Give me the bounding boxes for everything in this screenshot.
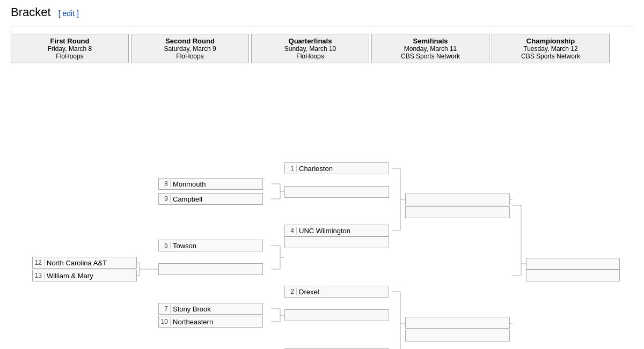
round-network-sf: CBS Sports Network — [374, 53, 487, 60]
name-charleston: Charleston — [297, 165, 333, 173]
team-drexel: 2 Drexel — [284, 286, 389, 298]
round-network-qf: FloHoops — [254, 53, 367, 60]
edit-link[interactable]: edit — [58, 9, 79, 18]
round-date-first: Friday, March 8 — [13, 45, 126, 53]
result-towson — [158, 263, 263, 275]
team-nc-at: 12 North Carolina A&T — [32, 257, 137, 269]
round-date-champ: Tuesday, March 12 — [494, 45, 607, 53]
seed-stony-brook: 7 — [159, 305, 171, 313]
name-unc-wilmington: UNC Wilmington — [297, 227, 350, 235]
round-name-sf: Semifinals — [374, 37, 487, 45]
seed-campbell: 9 — [159, 195, 171, 203]
champ-slot-2 — [526, 270, 620, 281]
name-monmouth: Monmouth — [171, 180, 206, 188]
result-charleston — [284, 186, 389, 198]
sf-slot-bot-1 — [405, 317, 510, 329]
name-nc-at: North Carolina A&T — [45, 259, 107, 267]
sf-slot-top-1 — [405, 194, 510, 205]
seed-unc-wilmington: 4 — [285, 227, 297, 234]
sf-slot-top-2 — [405, 206, 510, 218]
round-network-first: FloHoops — [13, 53, 126, 60]
team-northeastern: 10 Northeastern — [158, 316, 263, 328]
bracket-container: First Round Friday, March 8 FloHoops Sec… — [11, 34, 633, 349]
name-northeastern: Northeastern — [171, 318, 213, 326]
round-name-champ: Championship — [494, 37, 607, 45]
round-header-qf: Quarterfinals Sunday, March 10 FloHoops — [251, 34, 369, 63]
result-unc-wilmington — [284, 236, 389, 248]
team-unc-wilmington: 4 UNC Wilmington — [284, 225, 389, 236]
round-header-second: Second Round Saturday, March 9 FloHoops — [131, 34, 249, 63]
team-monmouth: 8 Monmouth — [158, 178, 263, 190]
name-stony-brook: Stony Brook — [171, 305, 211, 313]
team-campbell: 9 Campbell — [158, 193, 263, 205]
name-wm: William & Mary — [45, 272, 93, 280]
page-title: Bracket edit — [11, 5, 633, 19]
bracket-lines — [11, 65, 623, 349]
seed-drexel: 2 — [285, 288, 297, 295]
bracket-body: 12 North Carolina A&T 13 William & Mary … — [11, 65, 623, 349]
name-drexel: Drexel — [297, 288, 319, 296]
round-date-second: Saturday, March 9 — [134, 45, 246, 53]
round-network-champ: CBS Sports Network — [494, 53, 607, 60]
rounds-header: First Round Friday, March 8 FloHoops Sec… — [11, 34, 633, 63]
round-header-sf: Semifinals Monday, March 11 CBS Sports N… — [371, 34, 489, 63]
team-charleston: 1 Charleston — [284, 162, 389, 174]
round-date-qf: Sunday, March 10 — [254, 45, 367, 53]
name-campbell: Campbell — [171, 195, 202, 203]
round-header-champ: Championship Tuesday, March 12 CBS Sport… — [492, 34, 610, 63]
seed-monmouth: 8 — [159, 180, 171, 188]
champ-slot-1 — [526, 258, 620, 270]
round-network-second: FloHoops — [134, 53, 246, 60]
seed-northeastern: 10 — [159, 318, 171, 325]
seed-charleston: 1 — [285, 165, 297, 172]
seed-nc-at: 12 — [33, 259, 45, 266]
name-towson: Towson — [171, 242, 196, 250]
round-name-qf: Quarterfinals — [254, 37, 367, 45]
team-stony-brook: 7 Stony Brook — [158, 303, 263, 315]
seed-towson: 5 — [159, 242, 171, 249]
result-drexel — [284, 309, 389, 321]
seed-wm: 13 — [33, 272, 45, 279]
round-header-first: First Round Friday, March 8 FloHoops — [11, 34, 129, 63]
sf-slot-bot-2 — [405, 330, 510, 341]
round-name-second: Second Round — [134, 37, 246, 45]
team-towson: 5 Towson — [158, 240, 263, 251]
round-name-first: First Round — [13, 37, 126, 45]
team-william-mary: 13 William & Mary — [32, 270, 137, 281]
round-date-sf: Monday, March 11 — [374, 45, 487, 53]
